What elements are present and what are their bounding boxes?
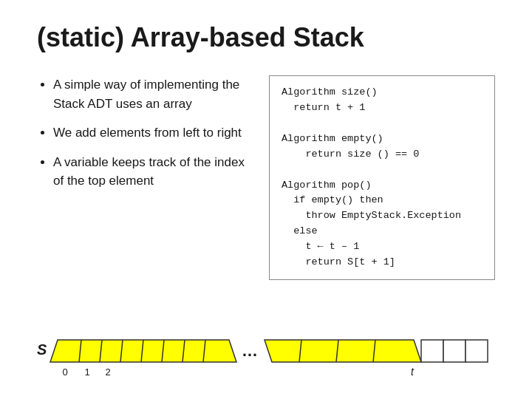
array-index-1: 1: [84, 366, 89, 378]
t-label: t: [411, 366, 415, 378]
array-diagram: S 0 1 2 …: [37, 332, 495, 384]
slide-title: (static) Array-based Stack: [37, 22, 495, 53]
array-empty-cell-1: [421, 340, 443, 362]
array-index-2: 2: [105, 366, 110, 378]
array-index-0: 0: [62, 366, 67, 378]
content-area: A simple way of implementing the Stack A…: [37, 75, 495, 280]
array-empty-cell-2: [443, 340, 466, 362]
array-dots: …: [242, 341, 258, 360]
array-label: S: [37, 341, 47, 358]
bullet-list: A simple way of implementing the Stack A…: [37, 75, 251, 201]
array-svg: S 0 1 2 …: [37, 332, 495, 384]
slide: (static) Array-based Stack A simple way …: [0, 0, 532, 399]
array-empty-cell-3: [466, 340, 488, 362]
code-box: Algorithm size() return t + 1 Algorithm …: [269, 75, 495, 280]
array-right-group: [265, 340, 421, 362]
code-content: Algorithm size() return t + 1 Algorithm …: [282, 85, 482, 270]
bullet-item-2: We add elements from left to right: [53, 123, 251, 143]
bullet-item-3: A variable keeps track of the index of t…: [53, 153, 251, 191]
bullet-item-1: A simple way of implementing the Stack A…: [53, 75, 251, 113]
